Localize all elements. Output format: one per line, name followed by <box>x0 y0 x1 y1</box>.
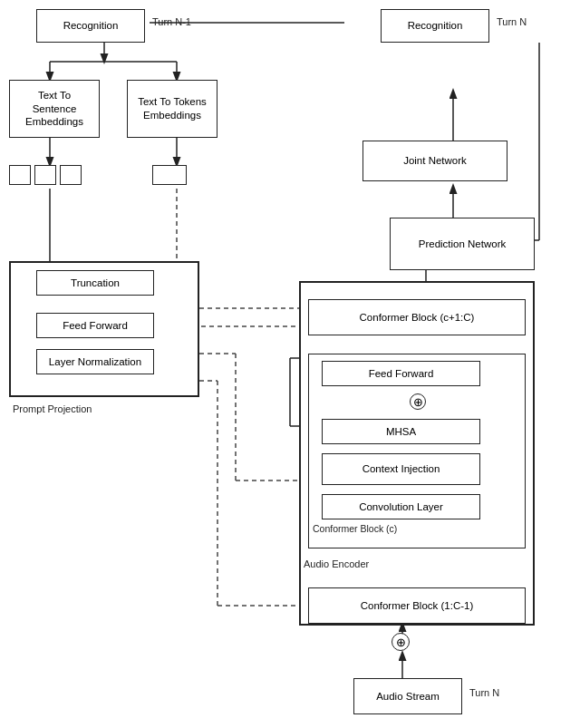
turn-n-label: Turn N <box>497 16 527 27</box>
embed-tile-3 <box>60 165 82 185</box>
recognition-n-box: Recognition <box>381 9 489 43</box>
text-tokens-box: Text To Tokens Embeddings <box>127 80 218 138</box>
layer-norm-box: Layer Normalization <box>36 349 154 374</box>
embed-tile-2 <box>34 165 56 185</box>
context-injection-box: Context Injection <box>322 453 480 485</box>
feed-forward-prompt-box: Feed Forward <box>36 313 154 338</box>
conformer-bottom-box: Conformer Block (1:C-1) <box>308 587 526 624</box>
mhsa-box: MHSA <box>322 419 480 444</box>
feed-forward-conformer-box: Feed Forward <box>322 361 480 386</box>
conformer-block-c-label: Conformer Block (c) <box>313 523 397 534</box>
truncation-box: Truncation <box>36 270 154 296</box>
token-embed-tile <box>152 165 187 185</box>
text-sentence-box: Text To Sentence Embeddings <box>9 80 100 138</box>
audio-stream-box: Audio Stream <box>353 678 462 714</box>
convolution-layer-box: Convolution Layer <box>322 494 480 519</box>
plus-circle-bottom: ⊕ <box>392 633 410 651</box>
conformer-top-box: Conformer Block (c+1:C) <box>308 299 526 335</box>
architecture-diagram: Recognition Turn N-1 Text To Sentence Em… <box>0 0 580 728</box>
audio-encoder-label: Audio Encoder <box>304 558 369 569</box>
prediction-network-box: Prediction Network <box>390 218 535 270</box>
plus-circle-conformer: ⊕ <box>410 393 426 410</box>
prompt-projection-label: Prompt Projection <box>13 403 92 414</box>
embed-tile-1 <box>9 165 31 185</box>
turn-n-audio-label: Turn N <box>469 687 499 698</box>
turn-n1-label: Turn N-1 <box>152 16 191 27</box>
recognition-n1-box: Recognition <box>36 9 145 43</box>
joint-network-box: Joint Network <box>362 141 508 181</box>
